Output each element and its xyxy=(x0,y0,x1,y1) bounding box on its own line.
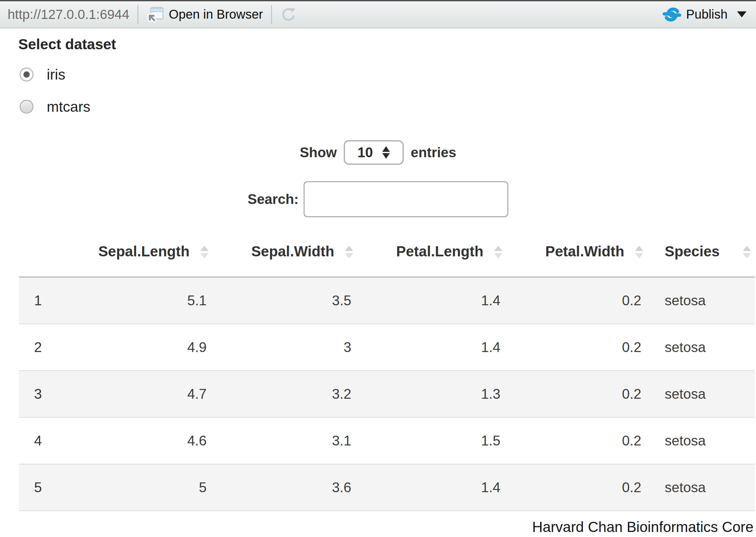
table-row: 5 5 3.6 1.4 0.2 setosa xyxy=(19,464,755,511)
page-title: Select dataset xyxy=(18,37,756,52)
radio-option-mtcars[interactable]: mtcars xyxy=(20,100,756,114)
entries-label: entries xyxy=(411,145,456,160)
viewer-toolbar: http://127.0.0.1:6944 Open in Browser xyxy=(0,0,756,28)
open-in-browser-button[interactable]: Open in Browser xyxy=(147,6,263,23)
open-in-browser-icon xyxy=(147,6,164,23)
column-header-sepal-width[interactable]: Sepal.Width xyxy=(212,236,357,277)
publish-button[interactable]: Publish xyxy=(662,6,728,23)
column-header-sepal-length[interactable]: Sepal.Length xyxy=(67,236,212,277)
column-header-petal-width[interactable]: Petal.Width xyxy=(506,236,647,277)
show-label: Show xyxy=(300,145,337,160)
select-stepper-icon xyxy=(382,146,390,159)
radio-button-mtcars[interactable] xyxy=(20,100,33,114)
radio-label-iris: iris xyxy=(47,66,66,83)
publish-icon xyxy=(662,6,682,23)
table-search-control: Search: xyxy=(0,181,756,217)
table-header-row: Sepal.Length Sepal.Width Petal.Length Pe… xyxy=(19,236,755,277)
radio-option-iris[interactable]: iris xyxy=(20,67,756,81)
column-header-rowname xyxy=(19,236,67,277)
radio-button-iris[interactable] xyxy=(20,67,33,81)
open-in-browser-label: Open in Browser xyxy=(169,7,263,21)
entries-select[interactable]: 10 xyxy=(344,140,404,165)
table-row: 3 4.7 3.2 1.3 0.2 setosa xyxy=(19,371,755,417)
search-label: Search: xyxy=(248,191,298,207)
column-header-species[interactable]: Species xyxy=(647,236,755,277)
table-length-control: Show 10 entries xyxy=(0,140,756,165)
table-row: 1 5.1 3.5 1.4 0.2 setosa xyxy=(19,277,755,324)
sort-icon xyxy=(635,246,643,259)
toolbar-separator xyxy=(271,5,272,24)
footer-credit: Harvard Chan Bioinformatics Core xyxy=(0,519,753,535)
toolbar-separator xyxy=(137,5,138,24)
iris-data-table: Sepal.Length Sepal.Width Petal.Length Pe… xyxy=(19,236,755,511)
table-row: 4 4.6 3.1 1.5 0.2 setosa xyxy=(19,417,755,464)
search-input[interactable] xyxy=(304,181,508,217)
dataset-radio-group: iris mtcars xyxy=(20,67,756,114)
sort-icon xyxy=(200,246,208,259)
refresh-button[interactable] xyxy=(280,6,297,23)
table-row: 2 4.9 3 1.4 0.2 setosa xyxy=(19,324,755,371)
column-header-petal-length[interactable]: Petal.Length xyxy=(357,236,506,277)
refresh-icon xyxy=(280,6,297,23)
sort-icon xyxy=(345,246,353,259)
radio-label-mtcars: mtcars xyxy=(47,98,90,115)
viewer-url: http://127.0.0.1:6944 xyxy=(8,7,129,22)
sort-icon xyxy=(743,246,751,259)
publish-label: Publish xyxy=(686,7,728,21)
sort-icon xyxy=(494,246,502,259)
entries-select-value: 10 xyxy=(358,145,373,160)
caret-down-icon[interactable] xyxy=(737,11,746,18)
